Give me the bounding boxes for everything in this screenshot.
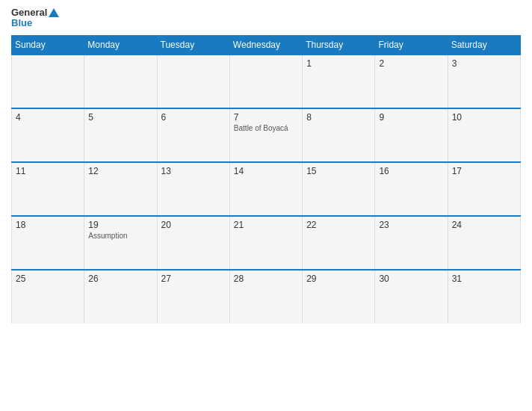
week-row-1: 123	[12, 55, 521, 108]
header: General Blue	[11, 7, 521, 29]
day-number: 17	[452, 166, 516, 176]
weekday-header-monday: Monday	[84, 35, 157, 55]
day-number: 14	[234, 166, 298, 176]
day-cell: 18	[12, 216, 84, 270]
day-number: 27	[161, 274, 226, 284]
day-cell: 31	[448, 270, 520, 324]
day-number: 19	[88, 220, 152, 230]
day-cell: 11	[12, 162, 84, 216]
day-cell: 4	[12, 108, 84, 162]
day-cell: 15	[303, 162, 375, 216]
day-cell: 12	[84, 162, 157, 216]
day-number: 22	[306, 220, 371, 230]
day-number: 12	[88, 166, 152, 176]
day-number: 28	[234, 274, 298, 284]
day-cell: 26	[84, 270, 157, 324]
day-number: 7	[234, 112, 298, 123]
weekday-header-thursday: Thursday	[303, 35, 375, 55]
day-cell: 16	[375, 162, 448, 216]
day-number: 23	[379, 220, 443, 230]
day-number: 3	[452, 58, 516, 69]
day-cell: 13	[157, 162, 229, 216]
day-cell: 23	[375, 216, 448, 270]
day-cell: 8	[303, 108, 375, 162]
weekday-header-wednesday: Wednesday	[229, 35, 302, 55]
calendar-table: SundayMondayTuesdayWednesdayThursdayFrid…	[11, 35, 521, 324]
day-number: 26	[88, 274, 152, 284]
week-row-4: 1819Assumption2021222324	[12, 216, 521, 270]
day-number: 10	[452, 112, 516, 123]
weekday-header-friday: Friday	[375, 35, 448, 55]
logo: General Blue	[11, 7, 59, 29]
day-number: 30	[379, 274, 443, 284]
day-number: 29	[306, 274, 371, 284]
day-cell: 5	[84, 108, 157, 162]
day-cell: 30	[375, 270, 448, 324]
weekday-header-tuesday: Tuesday	[157, 35, 229, 55]
week-row-3: 11121314151617	[12, 162, 521, 216]
day-cell: 7Battle of Boyacá	[229, 108, 302, 162]
day-cell: 3	[448, 55, 520, 108]
week-row-2: 4567Battle of Boyacá8910	[12, 108, 521, 162]
weekday-header-saturday: Saturday	[448, 35, 520, 55]
day-cell: 24	[448, 216, 520, 270]
week-row-5: 25262728293031	[12, 270, 521, 324]
day-cell	[84, 55, 157, 108]
day-number: 16	[379, 166, 443, 176]
day-cell: 22	[303, 216, 375, 270]
day-number: 15	[306, 166, 371, 176]
day-cell	[229, 55, 302, 108]
logo-general-text: General	[11, 7, 47, 18]
page: General Blue SundayMondayTuesdayWednesda…	[0, 0, 532, 411]
day-cell	[12, 55, 84, 108]
day-cell: 27	[157, 270, 229, 324]
day-cell	[157, 55, 229, 108]
day-number: 1	[306, 58, 371, 69]
day-cell: 2	[375, 55, 448, 108]
logo-triangle-icon	[49, 8, 59, 17]
day-number: 2	[379, 58, 443, 69]
event-label: Battle of Boyacá	[234, 124, 298, 132]
day-number: 11	[16, 166, 80, 176]
day-cell: 9	[375, 108, 448, 162]
day-cell: 17	[448, 162, 520, 216]
day-number: 9	[379, 112, 443, 123]
day-number: 31	[452, 274, 516, 284]
day-number: 8	[306, 112, 371, 123]
day-cell: 14	[229, 162, 302, 216]
day-number: 20	[161, 220, 226, 230]
day-number: 13	[161, 166, 226, 176]
logo-blue-text: Blue	[11, 18, 32, 28]
day-cell: 19Assumption	[84, 216, 157, 270]
weekday-header-sunday: Sunday	[12, 35, 84, 55]
day-number: 24	[452, 220, 516, 230]
day-cell: 25	[12, 270, 84, 324]
day-cell: 28	[229, 270, 302, 324]
day-cell: 21	[229, 216, 302, 270]
day-number: 4	[16, 112, 80, 123]
day-number: 5	[88, 112, 152, 123]
day-number: 25	[16, 274, 80, 284]
day-cell: 1	[303, 55, 375, 108]
day-number: 18	[16, 220, 80, 230]
weekday-header-row: SundayMondayTuesdayWednesdayThursdayFrid…	[12, 35, 521, 55]
event-label: Assumption	[88, 232, 152, 240]
day-cell: 20	[157, 216, 229, 270]
day-cell: 29	[303, 270, 375, 324]
day-cell: 10	[448, 108, 520, 162]
day-number: 21	[234, 220, 298, 230]
day-cell: 6	[157, 108, 229, 162]
day-number: 6	[161, 112, 226, 123]
